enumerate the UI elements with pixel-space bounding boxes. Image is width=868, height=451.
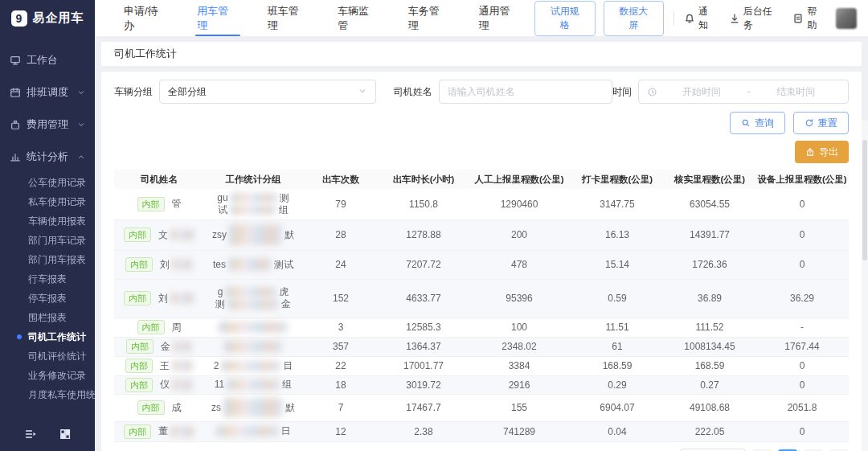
doc-icon bbox=[792, 13, 804, 24]
sidebar-subitem-1[interactable]: 公车使用记录 bbox=[0, 173, 95, 192]
sidebar-subitem-12[interactable]: 月度私车使用统计 bbox=[0, 385, 95, 404]
hours-value: 3019.72 bbox=[379, 375, 468, 394]
trips-value: 12 bbox=[302, 421, 379, 441]
internal-badge: 内部 bbox=[125, 359, 153, 373]
table-row[interactable]: 内部成zs默717467.71556904.0749108.682051.8 bbox=[114, 394, 849, 421]
table-row[interactable]: 内部仪11组183019.7229160.290.270 bbox=[114, 375, 849, 394]
sidebar-subitem-10[interactable]: 司机评价统计 bbox=[0, 346, 95, 366]
download-icon bbox=[729, 13, 740, 24]
work-group-cell: gu测试组 bbox=[204, 189, 302, 219]
manual-value: 3384 bbox=[468, 356, 571, 375]
sidebar-subitem-4[interactable]: 部门用车记录 bbox=[0, 231, 95, 250]
sidebar-item-1[interactable]: 工作台 bbox=[0, 44, 95, 76]
internal-badge: 内部 bbox=[137, 320, 165, 334]
topbar-link-3[interactable]: 帮助 bbox=[792, 5, 826, 32]
apps-grid-icon[interactable] bbox=[59, 428, 72, 441]
sidebar-item-3[interactable]: 费用管理 bbox=[0, 109, 95, 141]
verified-value: 1726.36 bbox=[664, 250, 755, 279]
redacted-text bbox=[228, 258, 272, 271]
table-row[interactable]: 内部刘tes测试247207.7247815.141726.360 bbox=[114, 250, 849, 279]
manual-value: 741289 bbox=[468, 421, 571, 441]
trips-value: 79 bbox=[302, 189, 379, 219]
hours-value: 1278.88 bbox=[379, 219, 468, 250]
sidebar-submenu: 公车使用记录私车使用记录车辆使用报表部门用车记录部门用车报表行车报表停车报表围栏… bbox=[0, 173, 95, 404]
page-size-select[interactable]: 10条/页 bbox=[680, 449, 746, 451]
topbar-link-2[interactable]: 后台任务 bbox=[729, 5, 782, 32]
hours-value: 4633.77 bbox=[379, 279, 468, 318]
manual-value: 2916 bbox=[468, 375, 571, 394]
nav-tab-2[interactable]: 用车管理 bbox=[182, 0, 253, 36]
avatar[interactable] bbox=[836, 8, 857, 29]
sidebar-subitem-6[interactable]: 行车报表 bbox=[0, 269, 95, 289]
table-row[interactable]: 内部王2目2217001.773384168.59168.590 bbox=[114, 356, 849, 375]
punch-value: 0.04 bbox=[571, 421, 664, 441]
search-button[interactable]: 查询 bbox=[730, 112, 785, 134]
scrollbar-thumb[interactable] bbox=[862, 140, 867, 260]
time-range-picker[interactable]: 开始时间 - 结束时间 bbox=[638, 80, 849, 104]
table-row[interactable]: 内部周312585.310011.51111.52- bbox=[114, 318, 849, 337]
device-value: 0 bbox=[755, 375, 849, 394]
nav-tab-4[interactable]: 车辆监管 bbox=[323, 0, 394, 36]
punch-value: 15.14 bbox=[571, 250, 664, 279]
sidebar-subitem-5[interactable]: 部门用车报表 bbox=[0, 250, 95, 269]
pill-button-2[interactable]: 数据大屏 bbox=[604, 1, 665, 36]
device-value: 0 bbox=[755, 421, 849, 441]
top-nav: 申请/待办用车管理班车管理车辆监管车务管理通用管理 bbox=[109, 0, 534, 36]
driver-name: 管 bbox=[172, 197, 182, 211]
manual-value: 200 bbox=[468, 219, 571, 250]
sidebar-subitem-9[interactable]: 司机工作统计 bbox=[0, 327, 95, 346]
redacted-text bbox=[172, 379, 193, 391]
work-group-cell: tes测试 bbox=[204, 250, 302, 279]
sidebar-subitem-7[interactable]: 停车报表 bbox=[0, 289, 95, 308]
table-row[interactable]: 内部管gu测试组791150.812904603147.7563054.550 bbox=[114, 189, 849, 219]
verified-value: 36.89 bbox=[664, 279, 755, 318]
internal-badge: 内部 bbox=[137, 400, 165, 415]
driver-name-label: 司机姓名 bbox=[394, 85, 432, 99]
column-header-2: 工作统计分组 bbox=[204, 170, 302, 189]
sidebar-subitem-11[interactable]: 业务修改记录 bbox=[0, 366, 95, 385]
driver-name: 成 bbox=[172, 401, 182, 415]
vehicle-group-select[interactable]: 全部分组 bbox=[159, 80, 376, 104]
driver-name: 仪 bbox=[160, 378, 170, 392]
verified-value: 1008134.45 bbox=[664, 337, 755, 356]
nav-tab-3[interactable]: 班车管理 bbox=[253, 0, 324, 36]
column-header-6: 打卡里程数(公里) bbox=[571, 170, 664, 189]
redacted-text bbox=[170, 293, 194, 304]
reset-button[interactable]: 重置 bbox=[793, 112, 849, 134]
sidebar-subitem-8[interactable]: 围栏报表 bbox=[0, 308, 95, 327]
topbar-link-1[interactable]: 通知 bbox=[684, 5, 718, 32]
driver-stats-table: 司机姓名工作统计分组出车次数出车时长(小时)人工上报里程数(公里)打卡里程数(公… bbox=[114, 170, 849, 442]
driver-name: 刘 bbox=[158, 292, 168, 305]
table-row[interactable]: 内部文zsy默281278.8820016.1314391.770 bbox=[114, 219, 849, 250]
pagination: 10条/页 12 bbox=[680, 449, 849, 451]
internal-badge: 内部 bbox=[126, 339, 154, 354]
column-header-8: 设备上报里程数(公里) bbox=[755, 170, 849, 189]
table-row[interactable]: 内部董日122.387412890.04222.050 bbox=[114, 421, 849, 441]
sidebar-item-2[interactable]: 排班调度 bbox=[0, 76, 95, 109]
table-row[interactable]: 内部金3571364.372348.02611008134.451767.44 bbox=[114, 337, 849, 356]
nav-tab-5[interactable]: 车务管理 bbox=[394, 0, 465, 36]
driver-name-input[interactable] bbox=[439, 80, 612, 104]
sidebar-subitem-2[interactable]: 私车使用记录 bbox=[0, 192, 95, 211]
app-logo: 9 易企用车 bbox=[0, 0, 95, 36]
sidebar-subitem-3[interactable]: 车辆使用报表 bbox=[0, 211, 95, 231]
table-row[interactable]: 内部刘g虎测金1524633.77953960.5936.8936.29 bbox=[114, 279, 849, 318]
redacted-text bbox=[172, 259, 193, 270]
start-time-placeholder: 开始时间 bbox=[657, 85, 746, 99]
work-group-cell: g虎测金 bbox=[204, 279, 302, 318]
nav-tab-6[interactable]: 通用管理 bbox=[464, 0, 534, 36]
collapse-menu-icon[interactable] bbox=[24, 428, 37, 441]
pill-button-1[interactable]: 试用规格 bbox=[534, 1, 596, 36]
punch-value: 16.13 bbox=[571, 219, 664, 250]
internal-badge: 内部 bbox=[124, 228, 151, 242]
redacted-text bbox=[225, 287, 276, 297]
device-value: 0 bbox=[755, 356, 849, 375]
nav-tab-1[interactable]: 申请/待办 bbox=[109, 0, 182, 36]
redacted-text bbox=[219, 322, 288, 333]
column-header-3: 出车次数 bbox=[302, 170, 379, 189]
app-logo-icon: 9 bbox=[11, 10, 27, 27]
sidebar-item-4[interactable]: 统计分析 bbox=[0, 141, 95, 173]
device-value: - bbox=[755, 318, 849, 337]
export-button[interactable]: 导出 bbox=[795, 141, 849, 163]
driver-name: 金 bbox=[161, 340, 170, 354]
